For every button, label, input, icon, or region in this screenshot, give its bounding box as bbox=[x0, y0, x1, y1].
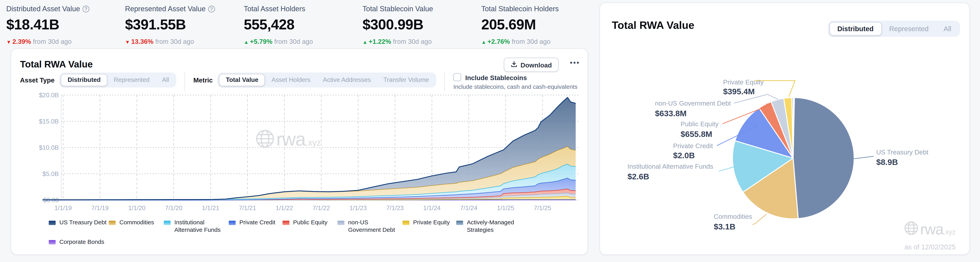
stat-label: Total Asset Holders bbox=[244, 5, 363, 13]
legend-label: Public Equity bbox=[293, 219, 328, 227]
stat-value: 555,428 bbox=[244, 16, 363, 33]
stat-card: Distributed Asset Value?$18.41B▼2.39%fro… bbox=[6, 3, 125, 46]
legend-swatch bbox=[49, 221, 56, 225]
metric-option-asset-holders[interactable]: Asset Holders bbox=[265, 74, 317, 86]
y-axis-tick: $20.0B bbox=[39, 92, 59, 98]
pie-tab-represented[interactable]: Represented bbox=[882, 22, 936, 36]
stat-label: Distributed Asset Value? bbox=[6, 5, 125, 13]
asset-type-option-distributed[interactable]: Distributed bbox=[61, 74, 108, 86]
pie-leader-line bbox=[719, 167, 734, 171]
pie-label-value: $3.1B bbox=[714, 222, 735, 231]
as-of-date: as of 12/02/2025 bbox=[904, 243, 956, 251]
stat-card: Total Asset Holders555,428▲+5.79%from 30… bbox=[244, 3, 363, 46]
pie-label-name: Public Equity bbox=[681, 120, 719, 128]
stat-change: ▲+2.76%from 30d ago bbox=[481, 38, 600, 45]
stat-label-text: Distributed Asset Value bbox=[6, 5, 80, 13]
pie-view-tabs: DistributedRepresentedAll bbox=[828, 21, 960, 37]
download-button[interactable]: Download bbox=[504, 57, 558, 72]
triangle-down-icon: ▼ bbox=[6, 40, 11, 45]
legend-item-us-treasury-debt[interactable]: US Treasury Debt bbox=[49, 219, 109, 234]
legend-label: Corporate Bonds bbox=[59, 238, 104, 246]
help-icon[interactable]: ? bbox=[208, 5, 215, 12]
stat-label: Represented Asset Value? bbox=[125, 5, 244, 13]
stat-label-text: Represented Asset Value bbox=[125, 5, 206, 13]
metric-label: Metric bbox=[193, 73, 213, 87]
rwa-dashboard: Distributed Asset Value?$18.41B▼2.39%fro… bbox=[0, 0, 980, 262]
legend-item-commodities[interactable]: Commodities bbox=[109, 219, 164, 234]
stat-value: $300.99B bbox=[363, 16, 481, 33]
metric-segmented-control: Total ValueAsset HoldersActive Addresses… bbox=[218, 73, 436, 87]
pie-chart: US Treasury Debt$8.9BCommodities$3.1BIns… bbox=[600, 41, 971, 234]
legend-label: Actively-Managed Strategies bbox=[467, 219, 526, 234]
x-axis-tick: 1/1/24 bbox=[423, 205, 441, 211]
download-button-label: Download bbox=[520, 61, 552, 68]
legend-label: non-US Government Debt bbox=[348, 219, 402, 234]
stacked-area-chart: 1/1/197/1/191/1/207/1/201/1/217/1/211/1/… bbox=[13, 90, 587, 218]
x-axis-tick: 1/1/21 bbox=[202, 205, 220, 211]
y-axis-tick: $15.0B bbox=[39, 118, 59, 125]
pie-label-value: $633.8M bbox=[655, 109, 686, 118]
chart-panel-title: Total RWA Value bbox=[20, 59, 93, 70]
metric-option-transfer-volume[interactable]: Transfer Volume bbox=[377, 74, 435, 86]
pie-label-name: US Treasury Debt bbox=[876, 149, 928, 156]
stat-change-suffix: from 30d ago bbox=[274, 38, 313, 45]
legend-item-non-us-government-debt[interactable]: non-US Government Debt bbox=[337, 219, 402, 234]
asset-type-option-all[interactable]: All bbox=[156, 74, 175, 86]
pie-label-value: $395.4M bbox=[723, 87, 755, 96]
globe-icon bbox=[904, 221, 919, 238]
pie-label-name: Institutional Alternative Funds bbox=[627, 163, 713, 170]
asset-type-option-represented[interactable]: Represented bbox=[108, 74, 156, 86]
stat-change-suffix: from 30d ago bbox=[393, 38, 432, 45]
pie-label-name: Private Credit bbox=[673, 142, 713, 149]
legend-label: Commodities bbox=[119, 219, 154, 227]
pie-tab-distributed[interactable]: Distributed bbox=[829, 22, 881, 36]
pie-leader-line bbox=[752, 214, 767, 224]
triangle-down-icon: ▼ bbox=[125, 40, 130, 45]
pie-panel-title: Total RWA Value bbox=[612, 19, 694, 32]
stat-card: Total Stablecoin Holders205.69M▲+2.76%fr… bbox=[481, 3, 600, 46]
legend-item-actively-managed-strategies[interactable]: Actively-Managed Strategies bbox=[456, 219, 526, 234]
legend-swatch bbox=[109, 221, 116, 225]
include-stablecoins-sublabel: Include stablecoins, cash and cash-equiv… bbox=[453, 83, 578, 90]
legend-item-private-equity[interactable]: Private Equity bbox=[402, 219, 456, 234]
stat-change-pct: +2.76% bbox=[487, 38, 510, 45]
legend-item-institutional-alternative-funds[interactable]: Institutional Alternative Funds bbox=[164, 219, 229, 234]
x-axis-tick: 7/1/25 bbox=[534, 205, 551, 211]
stat-label-text: Total Asset Holders bbox=[244, 5, 305, 13]
stat-label: Total Stablecoin Value bbox=[363, 5, 481, 13]
metric-option-active-addresses[interactable]: Active Addresses bbox=[317, 74, 377, 86]
help-icon[interactable]: ? bbox=[83, 5, 89, 12]
total-rwa-value-chart-panel: Total RWA Value Download ••• Asset Type … bbox=[11, 48, 588, 255]
asset-type-label: Asset Type bbox=[20, 73, 54, 87]
legend-item-corporate-bonds[interactable]: Corporate Bonds bbox=[49, 238, 109, 246]
pie-label-name: non-US Government Debt bbox=[655, 100, 731, 107]
legend-label: US Treasury Debt bbox=[59, 219, 107, 227]
pie-tab-all[interactable]: All bbox=[936, 22, 959, 36]
legend-swatch bbox=[49, 240, 56, 244]
include-stablecoins-control: Include Stablecoins Include stablecoins,… bbox=[453, 73, 578, 90]
legend-swatch bbox=[456, 221, 463, 225]
more-options-button[interactable]: ••• bbox=[570, 59, 580, 66]
legend-swatch bbox=[164, 221, 171, 225]
include-stablecoins-label: Include Stablecoins bbox=[465, 73, 527, 81]
stat-change-pct: 13.36% bbox=[131, 38, 153, 45]
legend-item-public-equity[interactable]: Public Equity bbox=[283, 219, 337, 234]
stat-value: 205.69M bbox=[481, 16, 600, 33]
asset-type-segmented-control: DistributedRepresentedAll bbox=[60, 73, 177, 87]
include-stablecoins-checkbox[interactable] bbox=[453, 73, 461, 81]
pie-label-value: $8.9B bbox=[876, 158, 898, 167]
stat-change: ▲+5.79%from 30d ago bbox=[244, 38, 363, 45]
stat-label-text: Total Stablecoin Value bbox=[363, 5, 433, 13]
stat-change: ▼2.39%from 30d ago bbox=[6, 38, 125, 45]
x-axis-tick: 7/1/24 bbox=[460, 205, 477, 211]
legend-item-private-credit[interactable]: Private Credit bbox=[229, 219, 283, 234]
legend-label: Private Credit bbox=[239, 219, 275, 227]
metric-option-total-value[interactable]: Total Value bbox=[219, 74, 265, 86]
x-axis-tick: 7/1/19 bbox=[91, 205, 109, 211]
legend-label: Private Equity bbox=[413, 219, 450, 227]
stat-change-pct: +5.79% bbox=[250, 38, 272, 45]
pie-slice-us-treasury-debt[interactable] bbox=[793, 97, 854, 219]
total-rwa-value-pie-panel: Total RWA Value DistributedRepresentedAl… bbox=[599, 3, 970, 255]
legend-swatch bbox=[229, 221, 236, 225]
controls-divider bbox=[445, 73, 445, 91]
